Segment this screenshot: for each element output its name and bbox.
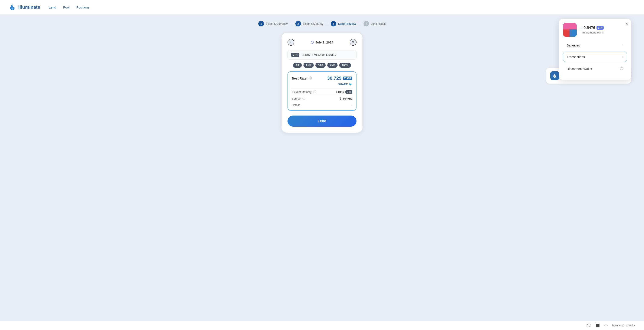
- source-value: 🕯 Pendle: [338, 97, 352, 100]
- wallet-dropdown: × ⬡ 0.5476 ETH: [559, 19, 631, 80]
- svg-rect-7: [570, 30, 577, 37]
- yield-eth-badge: ETH: [346, 90, 352, 94]
- eth-diamond-icon: ⬡: [580, 26, 582, 30]
- nav-lend[interactable]: Lend: [49, 6, 56, 9]
- best-rate-label: Best Rate: ⓘ: [292, 76, 312, 80]
- yield-row: Yield at Maturity: ⓘ 0.0112 ETH: [292, 89, 352, 95]
- step-circle-2: 2: [296, 21, 301, 27]
- best-rate-info-icon[interactable]: ⓘ: [309, 76, 312, 80]
- pct-75[interactable]: 75%: [327, 63, 338, 68]
- wallet-avatar-row: ⬡ 0.5476 ETH futurethang.eth ⎘: [563, 23, 627, 37]
- best-rate-value: 30.729 % APR: [327, 76, 352, 81]
- flame-icon: [8, 4, 16, 11]
- step-label-4: Lend Result: [371, 22, 386, 25]
- apr-badge: % APR: [343, 77, 352, 80]
- percent-row: 0% 25% 50% 75% 100%: [288, 63, 356, 68]
- interest-flame-icon: [552, 73, 557, 78]
- copy-icon[interactable]: ⎘: [602, 31, 604, 34]
- details-chevron-icon: ›: [352, 103, 352, 107]
- lend-button[interactable]: Lend: [288, 116, 356, 127]
- pct-50[interactable]: 50%: [316, 63, 326, 68]
- rate-number: 30.729: [327, 76, 342, 81]
- best-rate-box: Best Rate: ⓘ 30.729 % APR SHARE 🐦 Yield …: [288, 71, 356, 111]
- balances-menu-item[interactable]: Balances ›: [563, 40, 627, 50]
- back-button[interactable]: ‹: [288, 39, 294, 46]
- network-badge: Mainnet v2 v2.0.0 ▾: [612, 324, 636, 327]
- avatar-art: [563, 23, 577, 37]
- nav-links: Lend Pool Positions: [49, 6, 90, 9]
- step-1: 1 Select a Currency: [258, 21, 288, 27]
- step-circle-1: 1: [258, 21, 264, 27]
- best-rate-header: Best Rate: ⓘ 30.729 % APR: [292, 76, 352, 81]
- details-row[interactable]: Details ›: [292, 102, 352, 107]
- source-label: Source: ⓘ: [292, 97, 306, 100]
- steps-bar: 1 Select a Currency — 2 Select a Maturit…: [13, 21, 631, 27]
- logo[interactable]: illuminate: [8, 4, 40, 11]
- yield-value: 0.0112 ETH: [336, 90, 352, 94]
- wallet-info: ⬡ 0.5476 ETH futurethang.eth ⎘: [580, 26, 604, 34]
- step-label-2: Select a Maturity: [302, 22, 323, 25]
- navbar: illuminate Lend Pool Positions: [0, 0, 644, 15]
- sep-1: —: [290, 22, 293, 26]
- discord-icon[interactable]: 💬: [587, 323, 591, 327]
- bottom-bar: 💬 ⬛ <> Mainnet v2 v2.0.0 ▾: [0, 321, 644, 330]
- share-row[interactable]: SHARE 🐦: [292, 83, 352, 86]
- card-header: ‹ ⬡ July 1, 2024 ⚙: [288, 39, 356, 46]
- step-label-1: Select a Currency: [266, 22, 288, 25]
- step-circle-4: 4: [364, 21, 369, 27]
- disconnect-icon: [620, 66, 623, 71]
- wallet-address: futurethang.eth ⎘: [582, 31, 604, 34]
- source-info-icon[interactable]: ⓘ: [302, 97, 306, 100]
- pendle-icon: 🕯: [338, 97, 342, 100]
- interest-logo: [550, 71, 559, 80]
- wallet-balance: 0.5476: [584, 26, 595, 30]
- step-circle-3: 3: [331, 21, 336, 27]
- nav-positions[interactable]: Positions: [76, 6, 90, 9]
- transactions-chevron-icon: ›: [622, 55, 623, 59]
- wallet-icon[interactable]: ⬛: [596, 323, 600, 327]
- lend-card: ‹ ⬡ July 1, 2024 ⚙ ETH 0.136907937931453…: [282, 33, 362, 133]
- source-row: Source: ⓘ 🕯 Pendle: [292, 95, 352, 102]
- nav-pool[interactable]: Pool: [63, 6, 70, 9]
- balances-chevron-icon: ›: [622, 43, 623, 47]
- disconnect-wallet-menu-item[interactable]: Disconnect Wallet: [563, 63, 627, 74]
- wallet-balance-row: ⬡ 0.5476 ETH: [580, 26, 604, 30]
- yield-info-icon[interactable]: ⓘ: [313, 90, 316, 94]
- eth-icon: ⬡: [311, 40, 314, 44]
- dropdown-arrow-icon[interactable]: ▾: [634, 324, 636, 327]
- sep-2: —: [325, 22, 328, 26]
- pct-25[interactable]: 25%: [304, 63, 314, 68]
- step-3: 3 Lend Preview: [331, 21, 356, 27]
- pct-0[interactable]: 0%: [293, 63, 302, 68]
- code-icon[interactable]: <>: [604, 323, 608, 327]
- eth-input-row[interactable]: ETH 0.136907937931453317: [288, 50, 356, 60]
- wallet-eth-tag: ETH: [596, 26, 604, 30]
- wallet-avatar: [563, 23, 577, 37]
- close-button[interactable]: ×: [626, 22, 628, 26]
- step-4: 4 Lend Result: [364, 21, 386, 27]
- eth-amount-value: 0.136907937931453317: [302, 53, 336, 57]
- twitter-icon: 🐦: [349, 83, 352, 86]
- sep-3: —: [358, 22, 362, 26]
- card-date: ⬡ July 1, 2024: [311, 40, 333, 44]
- main-content: 1 Select a Currency — 2 Select a Maturit…: [0, 15, 644, 139]
- settings-button[interactable]: ⚙: [350, 39, 356, 46]
- logo-text: illuminate: [18, 5, 40, 10]
- eth-currency-badge: ETH: [291, 53, 299, 57]
- pct-100[interactable]: 100%: [339, 63, 351, 68]
- step-label-3: Lend Preview: [338, 22, 356, 25]
- yield-label: Yield at Maturity: ⓘ: [292, 90, 316, 94]
- step-2: 2 Select a Maturity: [296, 21, 323, 27]
- transactions-menu-item[interactable]: Transactions ›: [563, 52, 627, 62]
